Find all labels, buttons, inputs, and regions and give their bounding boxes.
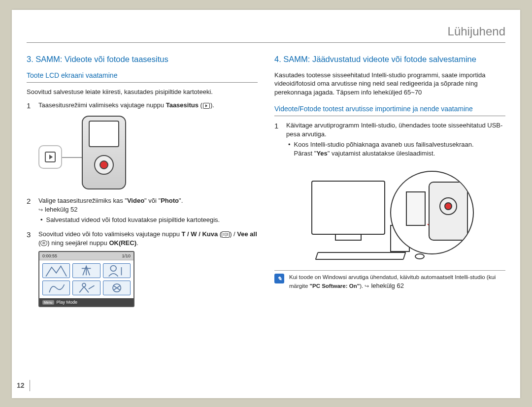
import-subheading: Videote/Fotode tootest arvutisse importi… [274, 104, 505, 116]
keyboard-icon [315, 252, 406, 260]
play-mode-label: Play Mode [57, 299, 78, 305]
thumbnail-screen: 0:00:55 1/10 Menu Play Mode [38, 251, 134, 307]
camera-dpad [94, 155, 114, 175]
step1-text-d: ). [210, 101, 214, 109]
thumb-counter: 1/10 [122, 253, 131, 259]
camera-illustration [38, 116, 137, 189]
step1-text-c: ( [199, 101, 202, 109]
page-number: 12 [15, 380, 30, 391]
right-column: 4. SAMM: Jäädvustatud videote või fotode… [274, 54, 505, 307]
camera-lcd [89, 121, 119, 147]
thumbnail [42, 263, 70, 278]
thumbnail [103, 263, 131, 278]
left-intro: Soovitud salvestuse leiate kiiresti, kas… [27, 88, 258, 96]
left-steps: 1 Taasesitusrežiimi valimiseks vajutage … [27, 101, 258, 111]
step-item-2: 2 Valige taasesitusrežiimiks kas "Video"… [27, 196, 258, 226]
left-column: 3. SAMM: Videote või fotode taasesitus T… [27, 54, 258, 307]
step2-bullet: Salvestatud videod või fotod kuvatakse p… [40, 216, 258, 224]
step-item-3: 3 Soovitud video või foto valimiseks vaj… [27, 230, 258, 247]
thumbnail [103, 281, 131, 295]
camera-body [82, 116, 126, 189]
lcd-subheading: Toote LCD ekraani vaatamine [27, 71, 258, 83]
page-ref-62: lehekülg 62 [365, 282, 404, 289]
page-title: Lühijuhend [27, 24, 505, 43]
step1-text-a: Taasesitusrežiimi valimiseks vajutage nu… [38, 101, 166, 109]
two-column-layout: 3. SAMM: Videote või fotode taasesitus T… [27, 54, 505, 307]
zoom-detail: ➤ [390, 171, 474, 254]
thumbnail [42, 281, 70, 295]
tw-icon: I▯I [222, 231, 230, 238]
step-item-1: 1 Taasesitusrežiimi valimiseks vajutage … [27, 101, 258, 111]
play-icon [45, 152, 56, 162]
thumbnail [72, 281, 100, 295]
info-icon: ✎ [274, 274, 284, 283]
camera-icon [429, 182, 468, 241]
playback-button-callout [38, 145, 62, 169]
page-ref-52: lehekülg 52 [38, 205, 258, 214]
svg-point-0 [110, 266, 116, 272]
thumbnail [72, 263, 100, 278]
monitor-icon [311, 181, 385, 235]
thumb-time: 0:00:55 [42, 253, 57, 259]
step1-bold: Taasesitus [166, 101, 199, 109]
menu-chip: Menu [42, 300, 54, 305]
manual-page: Lühijuhend 3. SAMM: Videote või fotode t… [12, 10, 520, 398]
step3-heading: 3. SAMM: Videote või fotode taasesitus [27, 54, 258, 64]
pc-connection-illustration: ➤ [301, 166, 479, 264]
playback-icon [203, 103, 210, 109]
right-step-1: 1 Käivitage arvutiprogramm Intelli-studi… [274, 121, 505, 159]
right-intro: Kasutades tootesse sisseehitatud Intelli… [274, 71, 505, 97]
step4-heading: 4. SAMM: Jäädvustatud videote või fotode… [274, 54, 505, 64]
right-bullet-1: Koos Intelli-studio põhiaknaga avaneb uu… [288, 140, 505, 157]
mouse-icon [415, 253, 425, 259]
info-note: ✎ Kui toode on Windowsi arvutiga ühendat… [274, 270, 505, 290]
usb-port-icon [406, 191, 426, 226]
underwater-icon: ⊞ [40, 240, 47, 246]
